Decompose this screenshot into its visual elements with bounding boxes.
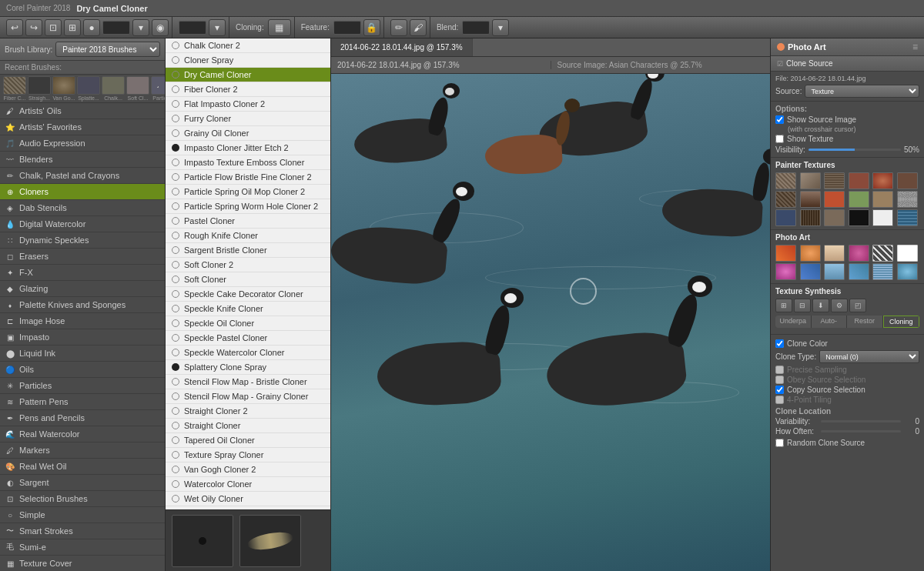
brush-item-furry-cloner[interactable]: Furry Cloner <box>166 112 330 126</box>
show-source-checkbox[interactable] <box>775 115 784 124</box>
category-item-artists-favorites[interactable]: ⭐Artists' Favorites <box>0 119 165 135</box>
brush-item-chalk-cloner-2[interactable]: Chalk Cloner 2 <box>166 38 330 53</box>
tool-btn-2[interactable]: ↪ <box>25 19 42 36</box>
category-item-palette-knives[interactable]: ⬧Palette Knives and Sponges <box>0 297 165 313</box>
brush-library-select[interactable]: Painter 2018 Brushes <box>55 42 160 57</box>
recent-brush-4[interactable]: Splatte... <box>77 76 100 101</box>
photo-swatch-7[interactable] <box>775 263 796 280</box>
texture-swatch-4[interactable] <box>849 172 869 189</box>
brush-icon[interactable]: 🖌 <box>410 19 427 36</box>
brush-item-splattery-clone-spray[interactable]: Splattery Clone Spray <box>166 360 330 375</box>
brush-item-wet-oily-cloner[interactable]: Wet Oily Cloner <box>166 492 330 506</box>
texture-swatch-18[interactable] <box>897 209 918 226</box>
opacity-icon[interactable]: ◉ <box>152 19 169 36</box>
texture-swatch-10[interactable] <box>849 191 869 208</box>
recent-brush-6[interactable]: Soft Cl... <box>126 76 149 101</box>
obey-source-checkbox[interactable] <box>775 376 784 384</box>
brush-size-input[interactable]: 29.7 <box>102 21 130 35</box>
pencil-icon[interactable]: ✏ <box>390 19 407 36</box>
recent-brush-7[interactable]: Particl... <box>151 76 165 101</box>
category-item-f-x[interactable]: ✦F-X <box>0 265 165 281</box>
texture-swatch-3[interactable] <box>824 172 845 189</box>
zoom-arrow[interactable]: ▾ <box>209 19 226 36</box>
texture-swatch-6[interactable] <box>897 172 918 189</box>
category-item-real-wet-oil[interactable]: 🎨Real Wet Oil <box>0 459 165 475</box>
texture-swatch-7[interactable] <box>775 191 796 208</box>
recent-brush-5[interactable]: Chalk... <box>102 76 125 101</box>
synth-btn-5[interactable]: ◰ <box>849 299 866 312</box>
random-clone-checkbox[interactable] <box>775 439 784 447</box>
brush-item-particle-spring-worm[interactable]: Particle Spring Worm Hole Cloner 2 <box>166 199 330 214</box>
brush-item-straight-cloner-2[interactable]: Straight Cloner 2 <box>166 404 330 419</box>
blend-input[interactable]: 25% <box>462 21 490 35</box>
clone-source-btn[interactable]: ☑ Clone Source <box>771 56 924 72</box>
texture-swatch-16[interactable] <box>849 209 869 226</box>
category-item-markers[interactable]: 🖊Markers <box>0 442 165 459</box>
brush-item-speckle-knife[interactable]: Speckle Knife Cloner <box>166 302 330 316</box>
category-item-glazing[interactable]: ◆Glazing <box>0 281 165 297</box>
photo-swatch-11[interactable] <box>872 263 893 280</box>
tool-btn-circle[interactable]: ● <box>83 19 100 36</box>
category-item-digital-watercolor[interactable]: 💧Digital Watercolor <box>0 216 165 232</box>
blend-arrow[interactable]: ▾ <box>492 19 509 36</box>
brush-item-stencil-flow-grainy[interactable]: Stencil Flow Map - Grainy Cloner <box>166 389 330 404</box>
brush-item-cloner-spray[interactable]: Cloner Spray <box>166 53 330 68</box>
zoom-input[interactable]: 57% <box>179 21 206 35</box>
brush-item-soft-cloner-2[interactable]: Soft Cloner 2 <box>166 258 330 272</box>
category-item-particles[interactable]: ✳Particles <box>0 378 165 394</box>
texture-swatch-1[interactable] <box>775 172 796 189</box>
photo-swatch-9[interactable] <box>824 263 845 280</box>
clone-type-select[interactable]: Normal (0) <box>819 350 919 363</box>
category-item-simple[interactable]: ○Simple <box>0 507 165 523</box>
texture-swatch-15[interactable] <box>824 209 845 226</box>
brush-item-speckle-watercolor[interactable]: Speckle Watercolor Cloner <box>166 346 330 360</box>
category-item-image-hose[interactable]: ⊏Image Hose <box>0 313 165 329</box>
lock-icon[interactable]: 🔒 <box>363 19 380 36</box>
brush-item-pastel-cloner[interactable]: Pastel Cloner <box>166 214 330 229</box>
category-item-selection-brushes[interactable]: ⊡Selection Brushes <box>0 491 165 507</box>
photo-swatch-2[interactable] <box>800 245 821 262</box>
synth-tab-auto[interactable]: Auto- <box>812 316 847 328</box>
photo-swatch-6[interactable] <box>897 245 918 262</box>
category-item-texture-cover[interactable]: ▦Texture Cover <box>0 556 165 571</box>
brush-item-impasto-cloner-jitter[interactable]: Impasto Cloner Jitter Etch 2 <box>166 141 330 155</box>
brush-item-grainy-oil-cloner[interactable]: Grainy Oil Cloner <box>166 126 330 141</box>
photo-swatch-3[interactable] <box>824 245 845 262</box>
brush-item-straight-cloner[interactable]: Straight Cloner <box>166 419 330 433</box>
synth-tab-underpa[interactable]: Underpa <box>775 316 811 328</box>
brush-item-rough-knife-cloner[interactable]: Rough Knife Cloner <box>166 229 330 243</box>
category-item-oils[interactable]: 🔵Oils <box>0 362 165 378</box>
brush-item-particle-flow-bristle[interactable]: Particle Flow Bristle Fine Cloner 2 <box>166 170 330 185</box>
synth-tab-cloning[interactable]: Cloning <box>883 316 920 328</box>
category-item-chalk-pastel[interactable]: ✏Chalk, Pastel and Crayons <box>0 168 165 184</box>
recent-brush-3[interactable]: Van Go... <box>52 76 75 101</box>
brush-item-speckle-cake-decorator[interactable]: Speckle Cake Decorator Cloner <box>166 287 330 302</box>
category-item-pens-pencils[interactable]: ✒Pens and Pencils <box>0 410 165 426</box>
visibility-slider[interactable] <box>808 149 901 151</box>
photo-swatch-4[interactable] <box>849 245 869 262</box>
show-texture-checkbox[interactable] <box>775 135 784 143</box>
photo-swatch-8[interactable] <box>800 263 821 280</box>
category-item-dynamic-speckles[interactable]: ∷Dynamic Speckles <box>0 232 165 249</box>
category-item-dab-stencils[interactable]: ◈Dab Stencils <box>0 200 165 216</box>
texture-swatch-14[interactable] <box>800 209 821 226</box>
photo-swatch-1[interactable] <box>775 245 796 262</box>
texture-swatch-12[interactable] <box>897 191 918 208</box>
tool-btn-4[interactable]: ⊞ <box>64 19 81 36</box>
texture-swatch-8[interactable] <box>800 191 821 208</box>
texture-swatch-9[interactable] <box>824 191 845 208</box>
texture-swatch-13[interactable] <box>775 209 796 226</box>
category-item-blenders[interactable]: 〰Blenders <box>0 152 165 168</box>
photo-swatch-12[interactable] <box>897 263 918 280</box>
canvas-image[interactable] <box>331 74 770 571</box>
canvas-tab-1[interactable]: 2014-06-22 18.01.44.jpg @ 157.3% <box>331 38 473 56</box>
brush-item-particle-spring-oil[interactable]: Particle Spring Oil Mop Cloner 2 <box>166 185 330 199</box>
brush-item-flat-impasto-cloner-2[interactable]: Flat Impasto Cloner 2 <box>166 97 330 112</box>
four-point-checkbox[interactable] <box>775 396 784 404</box>
brush-size-arrow[interactable]: ▾ <box>132 19 149 36</box>
brush-item-fiber-cloner-2[interactable]: Fiber Cloner 2 <box>166 82 330 97</box>
brush-item-tapered-oil-cloner[interactable]: Tapered Oil Cloner <box>166 433 330 448</box>
synth-btn-3[interactable]: ⬇ <box>812 299 829 312</box>
category-item-erasers[interactable]: ◻Erasers <box>0 249 165 265</box>
recent-brush-2[interactable]: Straigh... <box>28 76 51 101</box>
